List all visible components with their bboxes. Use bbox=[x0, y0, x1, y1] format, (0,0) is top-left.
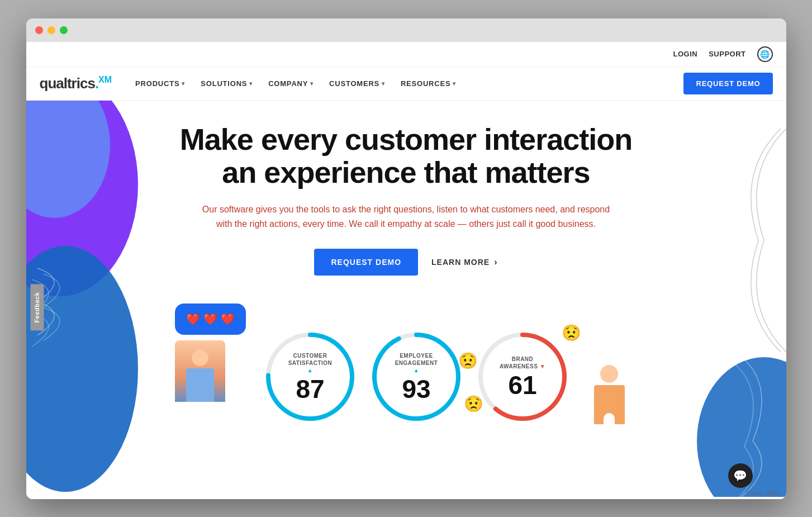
maximize-button[interactable] bbox=[60, 26, 68, 34]
browser-chrome bbox=[26, 18, 786, 42]
chevron-down-icon: ▾ bbox=[310, 80, 314, 87]
gauge-label-ee: EMPLOYEEENGAGEMENT ▲ 93 bbox=[393, 352, 440, 402]
gauge-circle-ee: EMPLOYEEENGAGEMENT ▲ 93 bbox=[369, 329, 464, 424]
hero-content: Make every customer interaction an exper… bbox=[180, 123, 632, 304]
gauge-circle-csat: CUSTOMERSATISFACTION ▲ 87 bbox=[263, 329, 358, 424]
logo[interactable]: qualtrics.XM bbox=[40, 75, 112, 92]
person-illustration bbox=[175, 340, 225, 402]
person-illustration-2 bbox=[581, 363, 637, 424]
nav-bar: qualtrics.XM PRODUCTS ▾ SOLUTIONS ▾ COMP… bbox=[26, 67, 786, 101]
browser-content: LOGIN SUPPORT 🌐 qualtrics.XM PRODUCTS ▾ … bbox=[26, 42, 786, 499]
close-button[interactable] bbox=[35, 26, 43, 34]
chat-bubble: ❤️ ❤️ ❤️ bbox=[175, 303, 246, 335]
nav-request-demo-button[interactable]: REQUEST DEMO bbox=[683, 73, 772, 94]
top-bar: LOGIN SUPPORT 🌐 bbox=[26, 42, 786, 67]
brand-value: 61 bbox=[500, 372, 545, 398]
heart-emoji-3: ❤️ bbox=[221, 312, 235, 326]
hero-cta: REQUEST DEMO LEARN MORE › bbox=[180, 249, 632, 276]
nav-item-solutions[interactable]: SOLUTIONS ▾ bbox=[194, 75, 259, 92]
nav-item-customers[interactable]: CUSTOMERS ▾ bbox=[322, 75, 392, 92]
support-link[interactable]: SUPPORT bbox=[709, 50, 745, 58]
chat-widget[interactable]: 💬 bbox=[728, 463, 753, 488]
hero-title: Make every customer interaction an exper… bbox=[180, 123, 632, 189]
nav-item-resources[interactable]: RESOURCES ▾ bbox=[394, 75, 463, 92]
employee-engagement-gauge: EMPLOYEEENGAGEMENT ▲ 93 bbox=[369, 329, 464, 424]
decorative-blob-left bbox=[26, 101, 149, 499]
down-arrow-icon: ▼ bbox=[540, 363, 545, 369]
login-link[interactable]: LOGIN bbox=[673, 50, 697, 58]
nav-links: PRODUCTS ▾ SOLUTIONS ▾ COMPANY ▾ CUSTOME… bbox=[129, 75, 683, 92]
chevron-down-icon: ▾ bbox=[382, 80, 385, 87]
minimize-button[interactable] bbox=[48, 26, 55, 34]
feedback-tab[interactable]: Feedback bbox=[30, 284, 44, 331]
nav-item-company[interactable]: COMPANY ▾ bbox=[262, 75, 320, 92]
chevron-down-icon: ▾ bbox=[249, 80, 253, 87]
hero-section: Feedback bbox=[26, 101, 786, 499]
chevron-down-icon: ▾ bbox=[453, 80, 456, 87]
language-selector[interactable]: 🌐 bbox=[757, 46, 773, 62]
customer-satisfaction-gauge: CUSTOMERSATISFACTION ▲ 87 bbox=[263, 329, 358, 424]
logo-text: qualtrics.XM bbox=[40, 75, 112, 92]
logo-xm: XM bbox=[98, 75, 112, 84]
nav-right: REQUEST DEMO bbox=[683, 73, 772, 94]
hero-learn-more-link[interactable]: LEARN MORE › bbox=[431, 257, 497, 267]
hero-request-demo-button[interactable]: REQUEST DEMO bbox=[314, 249, 418, 276]
csat-value: 87 bbox=[287, 376, 334, 402]
brand-awareness-gauge: 😟 😟 😟 BRANDAWARENESS ▼ 61 bbox=[475, 329, 570, 424]
gauge-label-brand: BRANDAWARENESS ▼ 61 bbox=[500, 355, 545, 398]
gauge-label-csat: CUSTOMERSATISFACTION ▲ 87 bbox=[287, 352, 334, 402]
hero-subtitle: Our software gives you the tools to ask … bbox=[193, 202, 618, 231]
chat-card: ❤️ ❤️ ❤️ bbox=[175, 303, 246, 402]
chevron-down-icon: ▾ bbox=[182, 80, 185, 87]
nav-item-products[interactable]: PRODUCTS ▾ bbox=[129, 75, 192, 92]
ee-value: 93 bbox=[393, 376, 440, 402]
up-arrow-icon-2: ▲ bbox=[414, 367, 419, 373]
heart-emoji-1: ❤️ bbox=[186, 312, 200, 326]
heart-emoji-2: ❤️ bbox=[203, 312, 217, 326]
metrics-row: ❤️ ❤️ ❤️ bbox=[37, 303, 775, 424]
browser-window: LOGIN SUPPORT 🌐 qualtrics.XM PRODUCTS ▾ … bbox=[26, 18, 786, 499]
gauge-circle-brand: BRANDAWARENESS ▼ 61 bbox=[475, 329, 570, 424]
chevron-right-icon: › bbox=[494, 257, 497, 267]
recaptcha-text: Privacy · Terms bbox=[746, 490, 780, 496]
up-arrow-icon: ▲ bbox=[307, 367, 313, 373]
